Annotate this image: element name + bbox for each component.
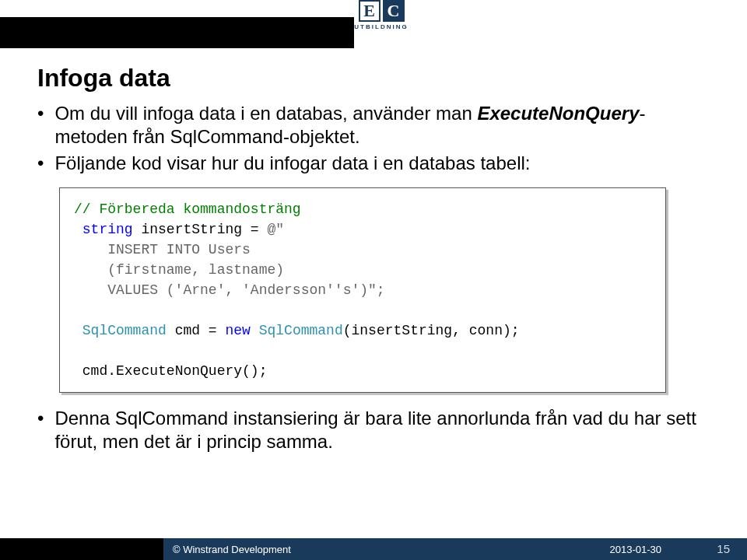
code-kw-string: string [82, 222, 133, 237]
code-str-l3: VALUES ('Arne', 'Andersson''s')"; [74, 280, 651, 300]
footer-black-segment [0, 538, 163, 560]
logo-subtitle: UTBILDNING [354, 23, 408, 30]
code-exec: cmd.ExecuteNonQuery(); [82, 363, 268, 379]
bullet-dot: • [37, 152, 44, 175]
footer-page-number: 15 [717, 542, 730, 555]
bullet-1b: ExecuteNonQuery [477, 103, 639, 124]
footer-date: 2013-01-30 [610, 544, 662, 555]
logo-mark: E C [359, 0, 405, 22]
bullet-1: • Om du vill infoga data i en databas, a… [37, 102, 710, 149]
code-var: insertString = [133, 222, 268, 237]
code-space [251, 323, 259, 338]
bullet-1-text: Om du vill infoga data i en databas, anv… [54, 102, 710, 149]
bullet-1a: Om du vill infoga data i en databas, anv… [54, 103, 477, 124]
code-kw-new: new [225, 323, 250, 338]
bullet-2: • Följande kod visar hur du infogar data… [37, 152, 710, 175]
logo-letter-c: C [383, 0, 405, 22]
header-black-bar [0, 17, 354, 48]
bullet-2-text: Följande kod visar hur du infogar data i… [54, 152, 530, 175]
bullet-3: • Denna SqlCommand instansiering är bara… [37, 407, 710, 453]
bullet-dot: • [37, 102, 44, 125]
logo-letter-e: E [359, 0, 381, 22]
code-type-1: SqlCommand [82, 323, 167, 338]
code-str-at: @" [267, 222, 284, 237]
code-mid1: cmd = [167, 323, 226, 338]
code-str-l2: (firstname, lastname) [74, 260, 651, 280]
code-paren: (insertString, conn); [343, 323, 520, 338]
slide-content: Infoga data • Om du vill infoga data i e… [37, 64, 710, 457]
code-comment: // Förbereda kommandosträng [74, 201, 301, 217]
slide-title: Infoga data [37, 64, 710, 93]
code-type-2: SqlCommand [259, 323, 343, 338]
logo: E C UTBILDNING [349, 0, 414, 48]
code-str-l1: INSERT INTO Users [74, 240, 651, 260]
footer-blue-segment: © Winstrand Development 2013-01-30 15 [163, 538, 747, 560]
footer-copyright: © Winstrand Development [173, 544, 291, 555]
bullet-dot: • [37, 407, 44, 430]
code-block: // Förbereda kommandosträng string inser… [59, 187, 666, 393]
bullet-3-text: Denna SqlCommand instansiering är bara l… [54, 407, 710, 453]
footer: © Winstrand Development 2013-01-30 15 [0, 538, 747, 560]
